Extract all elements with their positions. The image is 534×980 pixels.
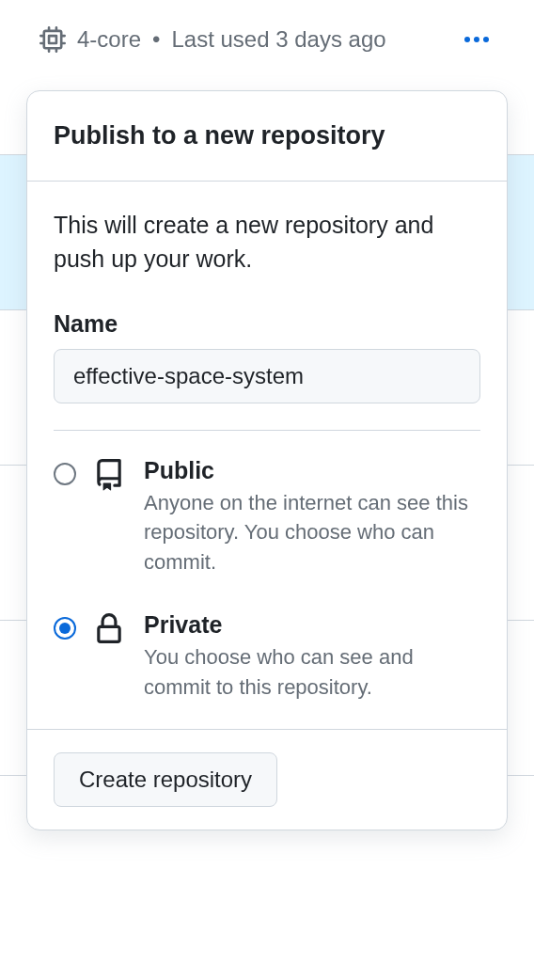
public-title: Public xyxy=(144,457,480,484)
dialog-footer: Create repository xyxy=(27,729,507,830)
repo-icon xyxy=(93,459,127,495)
public-description: Anyone on the internet can see this repo… xyxy=(144,488,480,578)
more-actions-button[interactable] xyxy=(459,31,495,48)
visibility-option-private[interactable]: Private You choose who can see and commi… xyxy=(54,611,480,703)
kebab-dot xyxy=(464,37,470,42)
divider xyxy=(54,430,480,431)
last-used-label: Last used 3 days ago xyxy=(171,26,385,53)
private-description: You choose who can see and commit to thi… xyxy=(144,642,480,703)
dialog-description: This will create a new repository and pu… xyxy=(54,208,480,277)
publish-dialog: Publish to a new repository This will cr… xyxy=(26,90,508,830)
dialog-header: Publish to a new repository xyxy=(27,91,507,182)
lock-icon xyxy=(93,613,127,649)
kebab-dot xyxy=(474,37,479,42)
create-repository-button[interactable]: Create repository xyxy=(54,752,277,807)
option-text: Public Anyone on the internet can see th… xyxy=(144,457,480,578)
repo-name-input[interactable] xyxy=(54,349,480,403)
name-field-label: Name xyxy=(54,310,480,338)
option-text: Private You choose who can see and commi… xyxy=(144,611,480,703)
cores-label: 4-core xyxy=(77,26,141,53)
private-title: Private xyxy=(144,611,480,639)
separator-dot: • xyxy=(152,26,160,53)
dialog-title: Publish to a new repository xyxy=(54,121,480,150)
codespace-meta-row: 4-core • Last used 3 days ago xyxy=(0,0,534,71)
dialog-body: This will create a new repository and pu… xyxy=(27,182,507,729)
kebab-dot xyxy=(483,37,489,42)
cpu-icon xyxy=(39,26,66,53)
radio-public[interactable] xyxy=(54,463,76,485)
visibility-option-public[interactable]: Public Anyone on the internet can see th… xyxy=(54,457,480,578)
radio-private[interactable] xyxy=(54,617,76,640)
